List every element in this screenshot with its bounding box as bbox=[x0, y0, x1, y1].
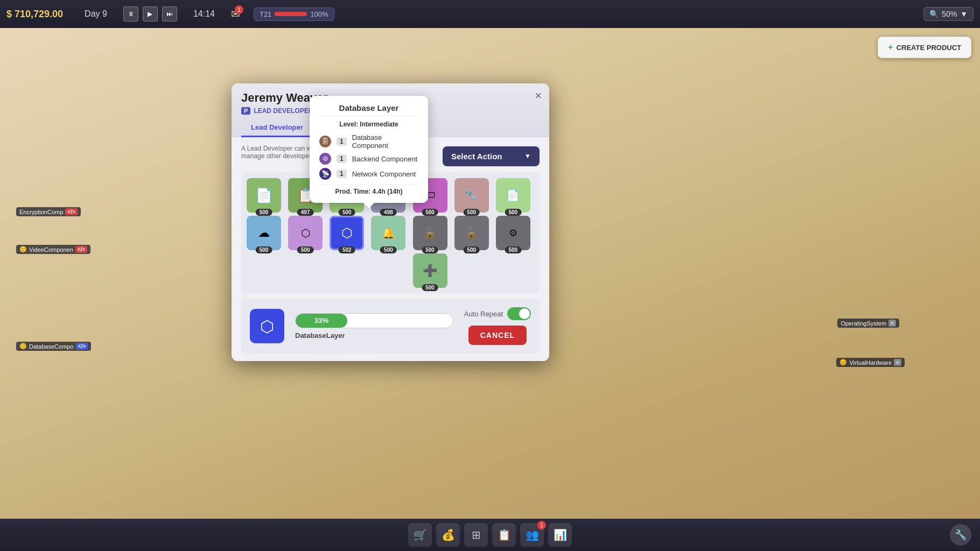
zoom-arrow: ▼ bbox=[960, 10, 968, 18]
task-icon-glyph: ⬡ bbox=[260, 317, 274, 336]
os-label: OperatingSystem ≡ bbox=[837, 319, 899, 328]
bottom-people-button[interactable]: 👥 1 bbox=[520, 523, 544, 547]
comp-15-badge: 500 bbox=[505, 246, 522, 253]
comp-15[interactable]: ⚙ 500 bbox=[496, 216, 530, 250]
hud-controls: ⏸ ▶ ⏭ bbox=[123, 6, 177, 22]
comp-1[interactable]: 📄 500 bbox=[247, 178, 281, 213]
video-comp-label: 🙂 VideoComponen </> bbox=[16, 245, 90, 254]
comp-10[interactable]: ⬡ 500 bbox=[288, 216, 323, 250]
db-face: 🙂 bbox=[19, 343, 27, 350]
comp-6-badge: 500 bbox=[463, 209, 480, 216]
task-name: DatabaseLayer bbox=[295, 331, 453, 340]
db-tooltip-level: Level: Intermediate bbox=[319, 121, 418, 128]
comp-12[interactable]: 🔔 500 bbox=[371, 216, 405, 250]
hud-day: Day 9 bbox=[85, 9, 107, 19]
comp-14-badge: 500 bbox=[463, 246, 480, 253]
auto-repeat-toggle[interactable] bbox=[507, 307, 531, 320]
vh-tag: ≡ bbox=[894, 359, 901, 366]
hud-tutorial[interactable]: T21 100% bbox=[254, 8, 334, 21]
table-icon: 📊 bbox=[554, 528, 567, 541]
pause-button[interactable]: ⏸ bbox=[123, 6, 138, 22]
db-item-1: 🗄 1 Database Component bbox=[319, 133, 418, 150]
database-comp-label: 🙂 DatabaseCompo </> bbox=[16, 342, 91, 351]
comp-13[interactable]: 🔒 500 bbox=[413, 216, 447, 250]
db-tag: </> bbox=[76, 343, 88, 350]
modal-close-button[interactable]: × bbox=[535, 90, 542, 102]
bottom-money-button[interactable]: 💰 bbox=[436, 523, 460, 547]
db-item-2-count: 1 bbox=[337, 154, 347, 163]
comp-8-badge: 500 bbox=[505, 209, 522, 216]
tutorial-label: T21 bbox=[260, 10, 271, 18]
comp-11[interactable]: ⬡ 502 bbox=[330, 216, 364, 250]
cancel-button[interactable]: CANCEL bbox=[468, 326, 527, 345]
os-tag: ≡ bbox=[888, 320, 896, 327]
progress-section: ⬡ 33% DatabaseLayer Auto Repeat CANCEL bbox=[241, 299, 540, 354]
zoom-level: 50% bbox=[942, 10, 957, 18]
db-label-text: DatabaseCompo bbox=[29, 343, 74, 350]
comp-6[interactable]: 🔧 500 bbox=[454, 178, 489, 213]
select-action-dropdown[interactable]: Select Action ▼ bbox=[443, 146, 540, 166]
tutorial-progress-fill bbox=[275, 12, 307, 16]
grid-icon: ⊞ bbox=[472, 528, 481, 541]
auto-repeat-row: Auto Repeat bbox=[464, 307, 531, 320]
hud-time: 14:14 bbox=[193, 9, 215, 19]
db-tooltip-prod: Prod. Time: 4.4h (14h) bbox=[319, 184, 418, 195]
db-item-3-count: 1 bbox=[337, 169, 347, 178]
comp-13-badge: 500 bbox=[422, 246, 438, 253]
comp-9[interactable]: ☁ 500 bbox=[247, 216, 281, 250]
subtitle-icon: P bbox=[241, 107, 250, 115]
money-icon: 💰 bbox=[442, 528, 455, 541]
encryption-label-text: EncryptionComp bbox=[19, 209, 63, 215]
create-product-button[interactable]: + CREATE PRODUCT bbox=[878, 37, 971, 58]
video-label-text: VideoComponen bbox=[29, 246, 73, 253]
comp-14[interactable]: 🔒 500 bbox=[454, 216, 489, 250]
tutorial-pct: 100% bbox=[310, 10, 328, 18]
fast-forward-button[interactable]: ⏭ bbox=[162, 6, 177, 22]
comp-16[interactable]: ➕ 500 bbox=[413, 253, 447, 288]
people-badge: 1 bbox=[537, 521, 546, 529]
comp-2-badge: 497 bbox=[297, 209, 314, 216]
comp-8[interactable]: 📄 500 bbox=[496, 178, 530, 213]
tab-lead-developer[interactable]: Lead Developer bbox=[241, 119, 313, 137]
task-controls: Auto Repeat CANCEL bbox=[464, 307, 531, 345]
progress-bar: 33% bbox=[295, 313, 453, 328]
plus-icon: + bbox=[888, 43, 893, 52]
vh-label-text: VirtualHardware bbox=[849, 359, 892, 366]
comp-16-badge: 500 bbox=[422, 284, 438, 291]
hud-mail[interactable]: ✉ 1 bbox=[231, 8, 240, 20]
clipboard-icon: 📋 bbox=[498, 528, 511, 541]
bottom-clipboard-button[interactable]: 📋 bbox=[492, 523, 516, 547]
db-item-1-dot: 🗄 bbox=[319, 136, 331, 147]
vh-label: 😊 VirtualHardware ≡ bbox=[836, 358, 905, 367]
db-layer-tooltip: Database Layer Level: Intermediate 🗄 1 D… bbox=[310, 96, 428, 203]
db-tooltip-arrow bbox=[363, 203, 374, 208]
select-action-arrow: ▼ bbox=[524, 152, 531, 160]
select-action-label: Select Action bbox=[451, 152, 502, 161]
zoom-icon: 🔍 bbox=[929, 10, 939, 18]
bottom-bar: 🛒 💰 ⊞ 📋 👥 1 📊 🔧 bbox=[0, 519, 980, 551]
people-icon: 👥 bbox=[526, 528, 539, 541]
hud-money: $ 710,729.00 bbox=[6, 9, 63, 20]
wrench-icon: 🔧 bbox=[955, 529, 967, 541]
db-item-2-dot: ⚙ bbox=[319, 153, 331, 165]
hud-zoom[interactable]: 🔍 50% ▼ bbox=[923, 7, 974, 21]
db-item-2: ⚙ 1 Backend Component bbox=[319, 153, 418, 165]
prod-time: 4.4h bbox=[373, 188, 386, 195]
db-item-3: 📡 1 Network Component bbox=[319, 168, 418, 180]
video-face: 🙂 bbox=[19, 246, 27, 253]
wrench-button[interactable]: 🔧 bbox=[950, 524, 971, 546]
db-item-1-name: Database Component bbox=[352, 133, 418, 150]
os-label-text: OperatingSystem bbox=[841, 320, 886, 327]
bottom-table-button[interactable]: 📊 bbox=[548, 523, 572, 547]
play-button[interactable]: ▶ bbox=[143, 6, 158, 22]
mail-badge: 1 bbox=[235, 5, 243, 14]
vh-face: 😊 bbox=[839, 359, 847, 366]
video-tag: </> bbox=[75, 246, 87, 253]
create-product-label: CREATE PRODUCT bbox=[897, 44, 961, 52]
db-item-2-name: Backend Component bbox=[352, 155, 417, 163]
encryption-comp-label: EncryptionComp </> bbox=[16, 207, 81, 216]
comp-11-badge: 502 bbox=[339, 246, 355, 253]
bottom-cart-button[interactable]: 🛒 bbox=[408, 523, 432, 547]
progress-bar-fill: 33% bbox=[296, 314, 347, 328]
bottom-grid-button[interactable]: ⊞ bbox=[464, 523, 488, 547]
